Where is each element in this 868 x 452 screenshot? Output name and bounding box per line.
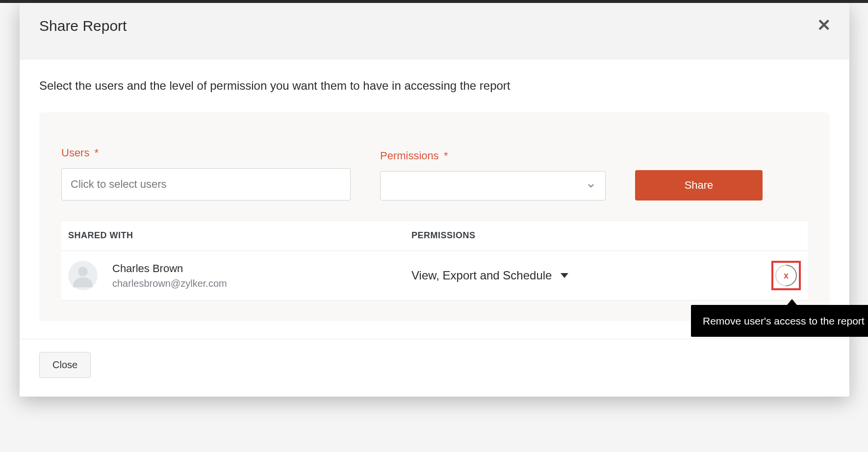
user-cell: Charles Brown charlesbrown@zylker.com	[68, 261, 411, 290]
avatar	[68, 261, 98, 290]
users-input[interactable]: Click to select users	[61, 168, 351, 201]
required-asterisk: *	[95, 147, 99, 159]
col-header-shared-with: SHARED WITH	[68, 230, 411, 241]
modal-body: Select the users and the level of permis…	[20, 59, 849, 321]
permission-dropdown[interactable]: View, Export and Schedule	[411, 269, 752, 282]
shared-table: SHARED WITH PERMISSIONS Charles Brown ch…	[61, 220, 808, 301]
permissions-select[interactable]	[380, 171, 606, 201]
remove-tooltip: Remove user's access to the report	[691, 305, 868, 337]
share-button[interactable]: Share	[635, 170, 763, 201]
permission-value: View, Export and Schedule	[411, 269, 552, 282]
users-placeholder: Click to select users	[71, 178, 167, 191]
users-label: Users *	[61, 147, 351, 159]
user-name: Charles Brown	[112, 262, 227, 275]
modal-footer: Close	[20, 339, 849, 397]
instruction-text: Select the users and the level of permis…	[39, 79, 830, 93]
modal-title: Share Report	[39, 18, 830, 34]
close-button[interactable]: Close	[39, 352, 91, 378]
caret-down-icon	[561, 273, 568, 278]
close-icon[interactable]: ✕	[817, 17, 831, 33]
action-cell: x Remove user's access to the report	[752, 261, 801, 290]
remove-highlight-box: x	[771, 261, 801, 290]
permissions-field-group: Permissions *	[380, 150, 606, 201]
table-header: SHARED WITH PERMISSIONS	[61, 221, 808, 251]
user-info: Charles Brown charlesbrown@zylker.com	[112, 262, 227, 289]
permissions-label: Permissions *	[380, 150, 606, 162]
users-field-group: Users * Click to select users	[61, 147, 351, 201]
permissions-label-text: Permissions	[380, 150, 439, 162]
x-icon: x	[784, 271, 789, 281]
required-asterisk: *	[444, 150, 448, 162]
users-label-text: Users	[61, 147, 89, 159]
remove-user-button[interactable]: x	[775, 265, 797, 286]
col-header-permissions: PERMISSIONS	[411, 230, 752, 241]
user-email: charlesbrown@zylker.com	[112, 278, 227, 289]
form-row: Users * Click to select users Permission…	[61, 147, 808, 201]
svg-point-0	[78, 267, 88, 276]
chevron-down-icon	[587, 181, 595, 190]
table-row: Charles Brown charlesbrown@zylker.com Vi…	[61, 251, 808, 301]
share-panel: Users * Click to select users Permission…	[39, 112, 830, 321]
modal-header: Share Report ✕	[20, 3, 849, 59]
share-report-modal: Share Report ✕ Select the users and the …	[20, 3, 849, 397]
